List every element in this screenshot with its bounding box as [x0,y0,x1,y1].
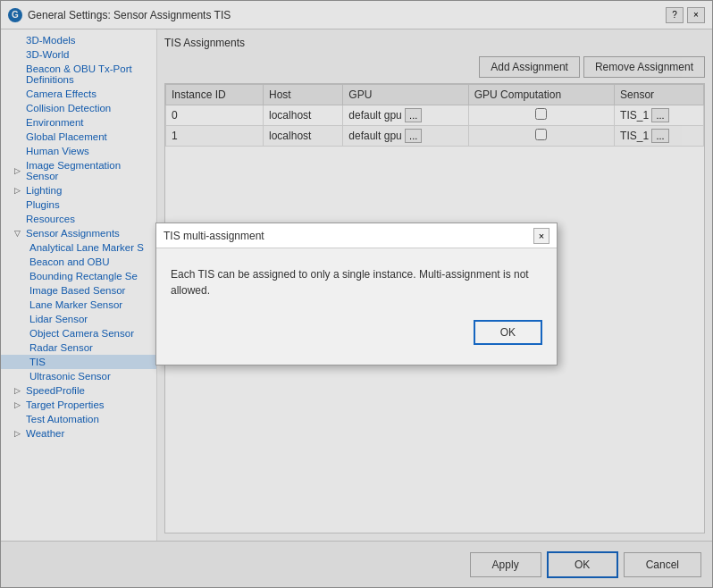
modal-dialog: TIS multi-assignment × Each TIS can be a… [155,223,558,365]
modal-ok-button[interactable]: OK [474,320,542,345]
modal-overlay: TIS multi-assignment × Each TIS can be a… [0,0,713,588]
modal-body: Each TIS can be assigned to only a singl… [156,248,557,313]
modal-message: Each TIS can be assigned to only a singl… [171,266,542,298]
modal-footer: OK [156,313,557,356]
modal-title-bar: TIS multi-assignment × [156,223,557,248]
modal-title: TIS multi-assignment [164,230,264,242]
modal-close-button[interactable]: × [533,228,549,244]
